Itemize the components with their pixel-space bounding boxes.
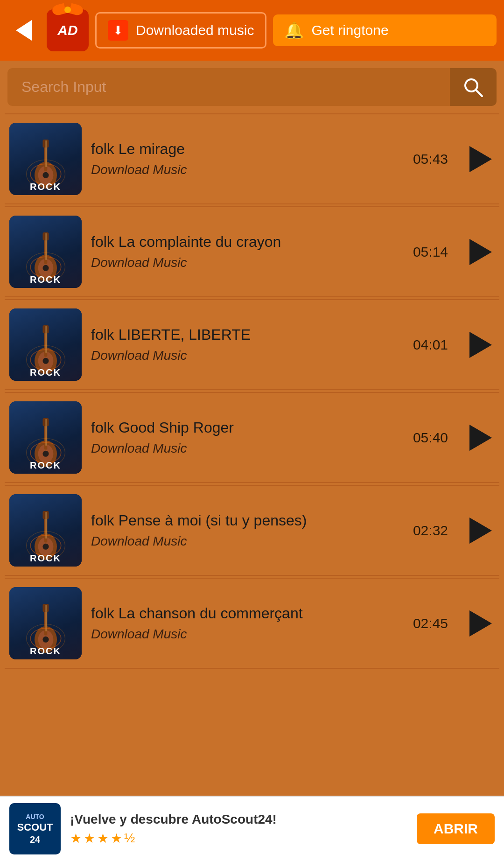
- downloaded-label: Downloaded music: [136, 22, 254, 38]
- album-art: ROCK: [9, 123, 82, 195]
- svg-rect-41: [44, 516, 47, 543]
- bow-center: [64, 7, 71, 13]
- bow-right: [69, 3, 84, 16]
- play-triangle-icon: [469, 610, 492, 637]
- album-art: ROCK: [9, 401, 82, 474]
- song-download-label: Download Music: [91, 627, 187, 642]
- song-download-label: Download Music: [91, 255, 187, 270]
- svg-rect-5: [44, 145, 47, 171]
- song-info: folk LIBERTE, LIBERTE Download Music: [91, 326, 404, 363]
- song-duration: 02:45: [413, 616, 448, 631]
- song-meta: Download Music: [91, 348, 404, 363]
- song-duration: 05:40: [413, 430, 448, 446]
- album-genre-label: ROCK: [9, 553, 82, 564]
- list-item[interactable]: ROCK folk Pense à moi (si tu y penses) D…: [5, 485, 499, 576]
- album-art: ROCK: [9, 216, 82, 288]
- play-button[interactable]: [467, 238, 495, 266]
- ad-stars: ★ ★ ★ ★ ½: [70, 831, 407, 846]
- album-art: ROCK: [9, 494, 82, 567]
- ad-tagline: ¡Vuelve y descubre AutoScout24!: [70, 812, 407, 827]
- star-3: ★: [97, 831, 109, 846]
- ad-logo: AD: [47, 9, 89, 51]
- song-info: folk La complainte du crayon Download Mu…: [91, 233, 404, 270]
- svg-point-22: [42, 358, 49, 364]
- svg-line-1: [476, 90, 482, 96]
- song-info: folk Le mirage Download Music: [91, 140, 404, 177]
- get-ringtone-button[interactable]: 🔔 Get ringtone: [273, 14, 497, 46]
- list-item[interactable]: ROCK folk LIBERTE, LIBERTE Download Musi…: [5, 299, 499, 390]
- ad-logo-inner: AD: [47, 9, 89, 51]
- list-item[interactable]: ROCK folk Le mirage Download Music 05:43: [5, 113, 499, 204]
- song-info: folk Good Ship Roger Download Music: [91, 419, 404, 456]
- star-5-half: ½: [124, 831, 135, 846]
- star-2: ★: [84, 831, 95, 846]
- app-header: AD ⬇ Downloaded music 🔔 Get ringtone: [0, 0, 504, 61]
- play-button[interactable]: [467, 145, 495, 173]
- ad-24-text: 24: [30, 834, 40, 845]
- ad-scout-text: SCOUT: [17, 821, 53, 833]
- play-button[interactable]: [467, 517, 495, 545]
- svg-rect-32: [44, 423, 47, 450]
- song-download-label: Download Music: [91, 441, 187, 456]
- svg-rect-14: [44, 238, 47, 264]
- list-item[interactable]: ROCK folk La chanson du commerçant Downl…: [5, 578, 499, 669]
- svg-point-31: [42, 451, 49, 457]
- ad-auto-text: AUTO: [26, 813, 44, 820]
- music-list: ROCK folk Le mirage Download Music 05:43: [0, 113, 504, 741]
- song-download-label: Download Music: [91, 162, 187, 177]
- ringtone-label: Get ringtone: [311, 22, 388, 38]
- search-input[interactable]: [7, 68, 450, 106]
- song-meta: Download Music: [91, 162, 404, 177]
- play-triangle-icon: [469, 332, 492, 358]
- song-download-label: Download Music: [91, 534, 187, 549]
- svg-rect-42: [42, 511, 49, 519]
- song-meta: Download Music: [91, 255, 404, 270]
- svg-point-13: [42, 265, 49, 271]
- search-button[interactable]: [450, 68, 497, 106]
- star-1: ★: [70, 831, 82, 846]
- song-title: folk La complainte du crayon: [91, 233, 404, 251]
- album-genre-label: ROCK: [9, 367, 82, 378]
- album-art: ROCK: [9, 587, 82, 659]
- play-triangle-icon: [469, 146, 492, 172]
- song-download-label: Download Music: [91, 348, 187, 363]
- svg-point-40: [42, 544, 49, 550]
- star-4: ★: [111, 831, 122, 846]
- album-genre-label: ROCK: [9, 274, 82, 285]
- song-title: folk La chanson du commerçant: [91, 605, 404, 622]
- bow-decoration: [51, 3, 84, 19]
- album-genre-label: ROCK: [9, 460, 82, 471]
- list-item[interactable]: ROCK folk La complainte du crayon Downlo…: [5, 206, 499, 297]
- song-meta: Download Music: [91, 534, 404, 549]
- song-meta: Download Music: [91, 627, 404, 642]
- song-title: folk LIBERTE, LIBERTE: [91, 326, 404, 343]
- ad-brand-logo: AUTO SCOUT 24: [9, 803, 61, 854]
- song-duration: 05:14: [413, 244, 448, 260]
- ad-abrir-button[interactable]: ABRIR: [417, 813, 495, 844]
- svg-rect-50: [44, 609, 47, 636]
- play-triangle-icon: [469, 425, 492, 451]
- svg-rect-51: [42, 604, 49, 612]
- song-duration: 02:32: [413, 523, 448, 539]
- search-icon: [462, 77, 484, 98]
- song-duration: 04:01: [413, 337, 448, 353]
- song-info: folk Pense à moi (si tu y penses) Downlo…: [91, 512, 404, 549]
- search-container: [0, 61, 504, 113]
- play-button[interactable]: [467, 424, 495, 452]
- play-triangle-icon: [469, 239, 492, 265]
- play-button[interactable]: [467, 609, 495, 637]
- album-art: ROCK: [9, 308, 82, 381]
- back-button[interactable]: [7, 14, 40, 47]
- svg-rect-24: [42, 325, 49, 333]
- downloaded-music-button[interactable]: ⬇ Downloaded music: [95, 12, 266, 49]
- svg-point-49: [42, 637, 49, 643]
- bell-icon: 🔔: [284, 21, 304, 40]
- song-meta: Download Music: [91, 441, 404, 456]
- list-item[interactable]: ROCK folk Good Ship Roger Download Music…: [5, 392, 499, 483]
- svg-rect-23: [44, 330, 47, 357]
- svg-rect-6: [42, 140, 49, 147]
- play-button[interactable]: [467, 331, 495, 359]
- song-info: folk La chanson du commerçant Download M…: [91, 605, 404, 642]
- album-genre-label: ROCK: [9, 646, 82, 657]
- ad-text-content: ¡Vuelve y descubre AutoScout24! ★ ★ ★ ★ …: [70, 812, 407, 846]
